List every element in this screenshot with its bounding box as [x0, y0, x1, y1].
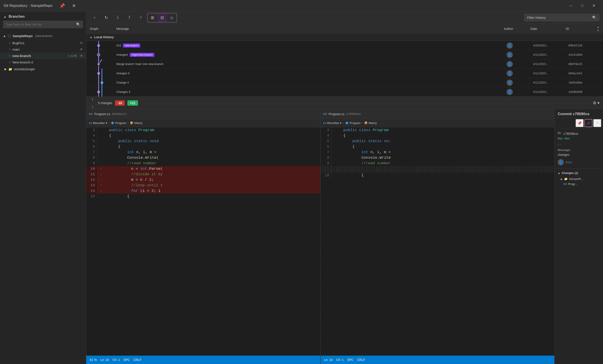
- revert-link[interactable]: Rev: [558, 137, 563, 140]
- date-cell: 4/11/2023...: [533, 81, 568, 84]
- line-number: 3: [86, 127, 97, 133]
- line-code: Console.Write(: [97, 155, 320, 160]
- graph-svg: [90, 78, 107, 87]
- close-panel-button[interactable]: ✕: [593, 119, 601, 127]
- right-panel: ‹ ↻ ⤵ ⤴ ⑂ ⊞ ⊟ ◇ Filter History 🔍 Graph M…: [86, 11, 603, 364]
- history-section: Graph Message Author Date ID ▲ ▼ ▲ Local…: [86, 24, 603, 97]
- breadcrumb-namespace[interactable]: C# Miscellan ▾: [89, 121, 107, 125]
- code-line: 10 {: [321, 173, 555, 178]
- svg-point-7: [97, 63, 100, 65]
- id-cell: 42e418b9: [568, 53, 600, 56]
- branch-icon: ⑂: [9, 54, 11, 58]
- repo-row[interactable]: ▲ ⬡ SampleRepo (new-branch): [0, 32, 86, 40]
- author-cell: 👤: [507, 80, 533, 86]
- pull-button[interactable]: ⤵: [113, 13, 123, 22]
- expand-panel-button[interactable]: ⤢: [584, 119, 592, 127]
- code-line-deleted: 10 - n = int.Parse(: [86, 166, 320, 171]
- branch-eye-icon[interactable]: 👁: [80, 48, 83, 51]
- csharp-file-icon: C#: [563, 182, 567, 186]
- left-file-name: Program.cs: [94, 112, 110, 116]
- line-number: 8: [86, 155, 97, 160]
- code-line-deleted: 11 - //divide it by: [86, 171, 320, 177]
- branch-eye-icon[interactable]: 👁: [80, 54, 83, 58]
- commit-message: Merge branch 'main' into new-branch: [116, 62, 163, 66]
- prev-change-button[interactable]: ↑: [90, 97, 95, 103]
- graph-view-button[interactable]: ⊞: [148, 13, 157, 22]
- history-row[interactable]: #12 new-branch 👤 4/20/2023... 09b42126: [86, 41, 603, 50]
- left-code-table: 3 public class Program 4 { 5 public stat…: [86, 127, 320, 199]
- line-code: {: [97, 133, 320, 138]
- commit-author-avatar: 👤: [558, 159, 564, 165]
- filter-search-icon: 🔍: [76, 22, 81, 26]
- branch-item-new-branch[interactable]: ⑂ new-branch ↑↓ 1 / 0 👁: [0, 53, 86, 59]
- line-code: int n, i, m =: [97, 149, 320, 155]
- more-options-button[interactable]: ...: [558, 141, 561, 145]
- line-code: int n, i, m =: [332, 149, 555, 155]
- svg-point-10: [97, 72, 100, 75]
- reset-link[interactable]: Res: [565, 137, 570, 140]
- filter-history-box[interactable]: Filter History 🔍: [524, 14, 600, 21]
- breadcrumb-class[interactable]: 🔷 Program: [111, 121, 126, 125]
- branch-name-new-branch-2: New-branch-2: [12, 60, 33, 64]
- diff-right-panel: C# Program.cs (c78590ce) C# Miscellan ▾ …: [321, 109, 555, 364]
- settings-button[interactable]: ⚙ ▾: [593, 101, 600, 105]
- ns-icon: C#: [323, 122, 326, 125]
- line-number: 5: [321, 138, 332, 144]
- date-cell: 4/11/2023...: [533, 53, 568, 56]
- back-button[interactable]: ‹: [90, 13, 100, 22]
- graph-inline-button[interactable]: ⊟: [157, 13, 167, 22]
- graph-cell: [90, 78, 116, 87]
- push-button[interactable]: ⤴: [124, 13, 134, 22]
- collapse-branches-icon[interactable]: ▲: [3, 15, 6, 18]
- close-window-button[interactable]: ✕: [588, 0, 600, 11]
- changes-tree-file[interactable]: C# Progr...: [555, 182, 603, 187]
- breadcrumb-class[interactable]: 🔷 Program: [345, 121, 361, 125]
- fetch-button[interactable]: ↻: [101, 13, 111, 22]
- history-row[interactable]: changes 4 👤 4/11/2023... b89acb41: [86, 69, 603, 78]
- code-line-deleted: 13 - //loop until t: [86, 182, 320, 188]
- breadcrumb-method[interactable]: 📦 Main(): [130, 121, 142, 125]
- line-code: - n = int.Parse(: [97, 166, 320, 171]
- namespace-label: Miscellan ▾: [93, 121, 107, 125]
- close-tab-button[interactable]: ✕: [70, 2, 78, 9]
- repo-icon: ⬡: [8, 34, 11, 38]
- remotes-origin-row[interactable]: ▶ 📁 remotes/origin: [0, 65, 86, 73]
- breadcrumb-namespace[interactable]: C# Miscellan ▾: [323, 121, 342, 125]
- minimize-button[interactable]: ─: [565, 0, 577, 11]
- branch-item-bugfix1[interactable]: ⑂ BugFix1 👁: [0, 40, 86, 46]
- method-icon: 📦: [364, 121, 368, 125]
- branches-tree: ▲ ⬡ SampleRepo (new-branch) ⑂ BugFix1 👁 …: [0, 31, 86, 364]
- filter-branches-box[interactable]: 🔍: [3, 21, 83, 28]
- pin-tab-button[interactable]: 📌: [58, 2, 67, 9]
- local-history-collapse-icon[interactable]: ▲: [90, 35, 93, 39]
- changes-collapse-icon[interactable]: ▲: [558, 171, 560, 175]
- branch-eye-icon[interactable]: 👁: [80, 41, 83, 45]
- line-code: - m = n / 2;: [97, 177, 320, 182]
- left-code-area: 3 public class Program 4 { 5 public stat…: [86, 127, 320, 356]
- history-row[interactable]: Merge branch 'main' into new-branch 👤 4/…: [86, 59, 603, 69]
- branch-item-main[interactable]: ⑂ main 👁: [0, 46, 86, 53]
- scroll-up-btn[interactable]: ▲: [597, 25, 600, 29]
- line-code: {: [332, 144, 555, 149]
- deletions-count: -10: [115, 100, 125, 106]
- commit-message: #12: [116, 44, 121, 47]
- history-row[interactable]: Change 4 👤 4/11/2023... 18d5e0be: [86, 78, 603, 87]
- code-line: 8 Console.Write(: [86, 155, 320, 160]
- id-cell: b89acb41: [568, 72, 600, 75]
- maximize-button[interactable]: □: [577, 0, 588, 11]
- history-row[interactable]: changes! origin/new-branch 👤 4/11/2023..…: [86, 50, 603, 59]
- pin-panel-button[interactable]: 📌: [576, 119, 583, 127]
- graph-svg: [90, 87, 107, 97]
- filter-branches-input[interactable]: [6, 23, 76, 26]
- scroll-down-btn[interactable]: ▼: [597, 29, 600, 32]
- next-change-button[interactable]: ↓: [90, 103, 95, 110]
- branch-item-new-branch-2[interactable]: ⑂ New-branch-2: [0, 59, 86, 65]
- changes-tree-repo[interactable]: ▲ 📁 SampleR...: [555, 176, 603, 182]
- branch-button[interactable]: ⑂: [136, 13, 146, 22]
- breadcrumb-method[interactable]: 📦 Main(): [364, 121, 377, 125]
- tag-view-button[interactable]: ◇: [167, 13, 177, 22]
- history-row[interactable]: Changes 3 👤 4/11/2023... 2eb8b8d8: [86, 87, 603, 97]
- encoding-indicator: SPC: [347, 358, 354, 362]
- commit-message: changes!: [116, 53, 128, 56]
- remotes-collapse-icon: ▶: [4, 68, 7, 71]
